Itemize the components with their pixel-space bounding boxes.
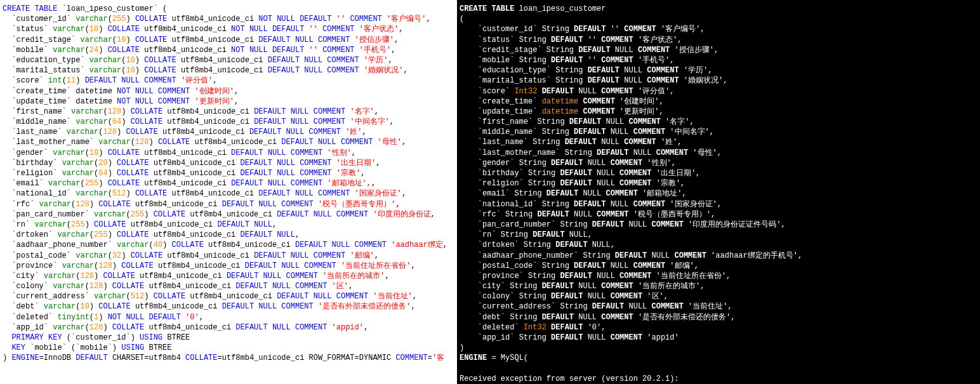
mysql-ddl-pane[interactable]: CREATE TABLE `loan_ipeso_customer` ( `cu… — [0, 0, 457, 384]
clickhouse-ddl-pane[interactable]: CREATE TABLE loan_ipeso_customer ( `cust… — [457, 0, 980, 384]
